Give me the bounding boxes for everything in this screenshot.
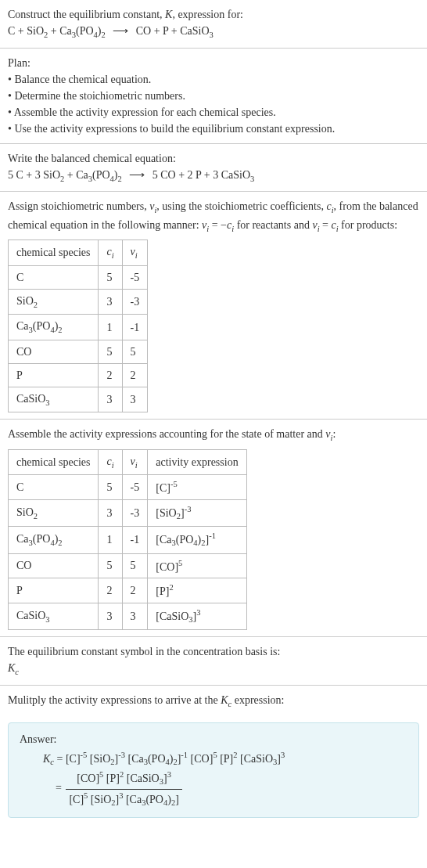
col-species: chemical species <box>9 449 99 475</box>
table-row: P22[P]2 <box>9 578 247 603</box>
cell: C <box>9 475 99 500</box>
cell: 5 <box>122 553 148 578</box>
plan-item: Determine the stoichiometric numbers. <box>8 88 419 104</box>
heading: Write the balanced chemical equation: <box>8 150 419 167</box>
cell: 5 <box>99 340 122 363</box>
table-row: CaSiO333 <box>9 387 148 412</box>
cell: 3 <box>99 289 122 315</box>
table-row: CO55[CO]5 <box>9 553 247 578</box>
multiply-section: Mulitply the activity expressions to arr… <box>0 686 427 717</box>
text: (PO <box>92 169 110 181</box>
stoich-table: chemical species ci νi C5-5 SiO23-3 Ca3(… <box>8 240 148 412</box>
text: Construct the equilibrium constant, <box>8 9 165 20</box>
text: + Ca <box>64 169 88 181</box>
text: , expression for: <box>172 9 243 20</box>
balanced-eq-section: Write the balanced chemical equation: 5 … <box>0 144 427 193</box>
plan-heading: Plan: <box>8 55 419 71</box>
text: 5 CO + 2 P + 3 CaSiO <box>152 169 250 181</box>
text: = <box>320 219 332 231</box>
cell: 5 <box>99 475 122 500</box>
cell: 2 <box>99 363 122 387</box>
table-row: C5-5 <box>9 265 148 289</box>
cell: C <box>9 265 99 289</box>
denominator: [C]5 [SiO2]3 [Ca3(PO4)2] <box>66 790 181 809</box>
cell: 5 <box>99 265 122 289</box>
table-row: CaSiO333[CaSiO3]3 <box>9 603 247 629</box>
plan-item: Balance the chemical equation. <box>8 71 419 88</box>
cell: CaSiO3 <box>9 387 99 412</box>
sub: 3 <box>210 31 214 39</box>
table-row: CO55 <box>9 340 148 363</box>
cell: [C]-5 <box>148 475 246 500</box>
cell: 1 <box>99 527 122 553</box>
cell: 3 <box>122 387 148 412</box>
arrow-icon: ⟶ <box>129 167 145 183</box>
cell: -3 <box>122 500 148 527</box>
table-row: Ca3(PO4)21-1[Ca3(PO4)2]-1 <box>9 527 247 553</box>
table-row: SiO23-3[SiO2]-3 <box>9 500 247 527</box>
table-row: C5-5[C]-5 <box>9 475 247 500</box>
kc-expression: Kc = [C]-5 [SiO2]-3 [Ca3(PO4)2]-1 [CO]5 … <box>43 749 407 769</box>
cell: -5 <box>122 475 148 500</box>
cell: Ca3(PO4)2 <box>9 527 99 553</box>
table-row: chemical species ci νi <box>9 240 148 266</box>
text: Mulitply the activity expressions to arr… <box>8 694 221 706</box>
cell: CO <box>9 553 99 578</box>
text: 5 C + 3 SiO <box>8 169 60 181</box>
balanced-equation: 5 C + 3 SiO2 + Ca3(PO4)2 ⟶ 5 CO + 2 P + … <box>8 167 419 185</box>
text: : <box>332 428 336 440</box>
col-species: chemical species <box>9 240 99 266</box>
sub: 3 <box>250 174 254 182</box>
cell: 2 <box>122 578 148 603</box>
activity-intro: Assemble the activity expressions accoun… <box>8 426 419 445</box>
text: Assemble the activity expressions accoun… <box>8 428 325 440</box>
sub: 2 <box>101 31 105 39</box>
plan-list: Balance the chemical equation. Determine… <box>8 71 419 137</box>
activity-section: Assemble the activity expressions accoun… <box>0 420 427 637</box>
cell: 5 <box>99 553 122 578</box>
cell: Ca3(PO4)2 <box>9 315 99 340</box>
var-Kc: K <box>221 694 228 706</box>
text: for products: <box>339 219 397 231</box>
cell: P <box>9 578 99 603</box>
numerator: [CO]5 [P]2 [CaSiO3]3 <box>66 769 181 789</box>
kc-fraction: = [CO]5 [P]2 [CaSiO3]3 [C]5 [SiO2]3 [Ca3… <box>56 769 407 809</box>
activity-table: chemical species ci νi activity expressi… <box>8 449 247 630</box>
cell: 5 <box>122 340 148 363</box>
table-row: P22 <box>9 363 148 387</box>
cell: [P]2 <box>148 578 246 603</box>
cell: 3 <box>99 603 122 629</box>
text: = − <box>209 219 227 231</box>
kc-symbol: Kc <box>8 660 419 679</box>
col-nui: νi <box>122 449 148 475</box>
table-row: chemical species ci νi activity expressi… <box>9 449 247 475</box>
plan-item: Assemble the activity expression for eac… <box>8 104 419 121</box>
plan-section: Plan: Balance the chemical equation. Det… <box>0 49 427 144</box>
text: Assign stoichiometric numbers, <box>8 200 149 212</box>
cell: [CaSiO3]3 <box>148 603 246 629</box>
table-row: Ca3(PO4)21-1 <box>9 315 148 340</box>
text: , using the stoichiometric coefficients, <box>156 200 326 212</box>
cell: 2 <box>122 363 148 387</box>
cell: 2 <box>99 578 122 603</box>
cell: -1 <box>122 315 148 340</box>
text: + Ca <box>48 25 71 37</box>
text: CO + P + CaSiO <box>136 25 210 37</box>
cell: [Ca3(PO4)2]-1 <box>148 527 246 553</box>
table-row: SiO23-3 <box>9 289 148 315</box>
fraction: [CO]5 [P]2 [CaSiO3]3 [C]5 [SiO2]3 [Ca3(P… <box>66 769 181 809</box>
cell: P <box>9 363 99 387</box>
col-ci: ci <box>99 449 122 475</box>
unbalanced-equation: C + SiO2 + Ca3(PO4)2 ⟶ CO + P + CaSiO3 <box>8 23 419 41</box>
sub: 2 <box>117 174 121 182</box>
stoich-intro: Assign stoichiometric numbers, νi, using… <box>8 198 419 235</box>
text: for reactants and <box>234 219 312 231</box>
answer-heading: Answer: <box>20 731 407 747</box>
cell: SiO2 <box>9 500 99 527</box>
col-nui: νi <box>122 240 148 266</box>
cell: -3 <box>122 289 148 315</box>
arrow-icon: ⟶ <box>113 23 128 39</box>
cell: [CO]5 <box>148 553 246 578</box>
cell: SiO2 <box>9 289 99 315</box>
stoich-section: Assign stoichiometric numbers, νi, using… <box>0 192 427 420</box>
